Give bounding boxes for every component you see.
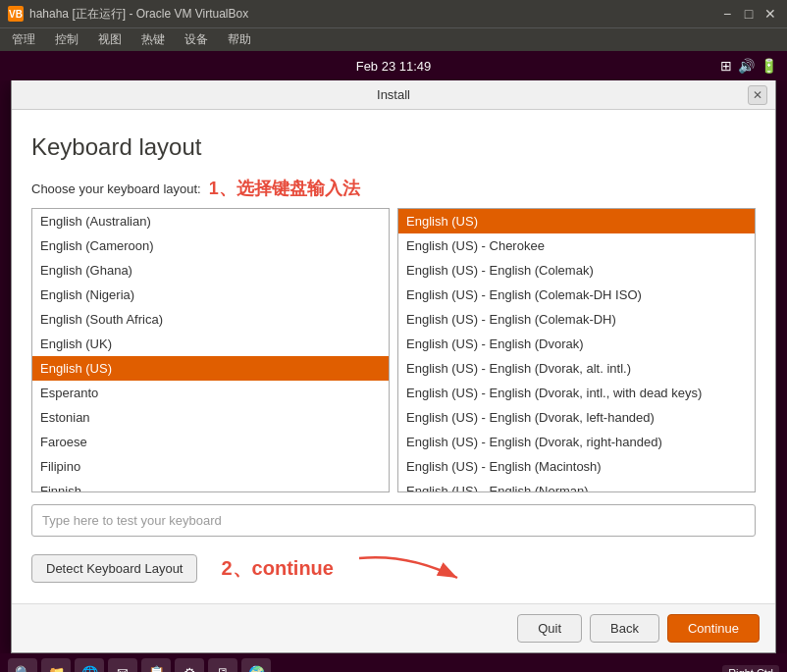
menu-devices[interactable]: 设备 xyxy=(181,29,212,50)
maximize-button[interactable]: □ xyxy=(740,5,758,23)
list-item[interactable]: English (US) - English (Dvorak) xyxy=(398,332,755,356)
app-icon: VB xyxy=(8,6,24,22)
list-item[interactable]: Finnish xyxy=(32,479,389,492)
dialog-close-button[interactable]: ✕ xyxy=(748,85,767,105)
list-item[interactable]: English (US) - English (Colemak-DH ISO) xyxy=(398,283,755,307)
list-item[interactable]: English (US) - Cherokee xyxy=(398,233,755,258)
continue-button[interactable]: Continue xyxy=(667,614,760,643)
back-button[interactable]: Back xyxy=(590,614,659,643)
dock-icon-settings[interactable]: ⚙ xyxy=(175,658,204,672)
install-dialog: Install ✕ Keyboard layout Choose your ke… xyxy=(11,80,776,653)
keyboard-language-list[interactable]: English (Australian)English (Cameroon)En… xyxy=(31,208,390,492)
window-title: hahaha [正在运行] - Oracle VM VirtualBox xyxy=(29,6,712,23)
arrow-icon xyxy=(349,548,467,588)
list-item[interactable]: English (US) - English (Colemak) xyxy=(398,258,755,283)
virtualbox-titlebar: VB hahaha [正在运行] - Oracle VM VirtualBox … xyxy=(0,0,787,27)
page-title: Keyboard layout xyxy=(31,133,756,161)
right-ctrl-label: Right Ctrl xyxy=(722,665,779,672)
dock-right-area: Right Ctrl xyxy=(722,665,779,672)
list-item[interactable]: English (UK) xyxy=(32,332,389,356)
menu-hotkeys[interactable]: 热键 xyxy=(137,29,169,50)
menu-control[interactable]: 控制 xyxy=(51,29,82,50)
dock-icon-network[interactable]: 🌍 xyxy=(241,658,271,672)
list-item[interactable]: English (US) - English (Macintosh) xyxy=(398,454,755,479)
menu-manage[interactable]: 管理 xyxy=(8,29,39,50)
detect-row: Detect Keyboard Layout 2、continue xyxy=(31,548,756,588)
list-item[interactable]: English (Nigeria) xyxy=(32,283,389,307)
dialog-footer: Quit Back Continue xyxy=(12,603,775,652)
test-input-placeholder: Type here to test your keyboard xyxy=(42,513,222,528)
menubar: 管理 控制 视图 热键 设备 帮助 xyxy=(0,27,787,51)
list-item[interactable]: English (US) xyxy=(398,209,755,233)
bottom-dock: 🔍 📁 🌐 ✉ 📋 ⚙ 🖥 🌍 Right Ctrl xyxy=(0,653,787,672)
dialog-content: Keyboard layout Choose your keyboard lay… xyxy=(12,110,775,603)
keyboard-lists: English (Australian)English (Cameroon)En… xyxy=(31,208,756,492)
datetime-display: Feb 23 11:49 xyxy=(356,59,432,74)
quit-button[interactable]: Quit xyxy=(517,614,582,643)
list-item[interactable]: English (US) - English (Colemak-DH) xyxy=(398,307,755,332)
volume-icon: 🔊 xyxy=(738,58,755,74)
list-item[interactable]: English (US) - English (Dvorak, alt. int… xyxy=(398,356,755,381)
dialog-title: Install xyxy=(377,87,410,102)
network-icon: ⊞ xyxy=(720,58,732,74)
annotation-1: 1、选择键盘输入法 xyxy=(209,177,360,200)
dock-icon-files[interactable]: 📁 xyxy=(41,658,71,672)
list-item[interactable]: Estonian xyxy=(32,405,389,430)
list-item[interactable]: English (Australian) xyxy=(32,209,389,233)
choose-label: Choose your keyboard layout: 1、选择键盘输入法 xyxy=(31,177,756,200)
taskbar-right-icons: ⊞ 🔊 🔋 xyxy=(720,58,777,74)
list-item[interactable]: English (US) - English (Dvorak, left-han… xyxy=(398,405,755,430)
list-item[interactable]: English (US) xyxy=(32,356,389,381)
menu-help[interactable]: 帮助 xyxy=(224,29,255,50)
annotation-2: 2、continue xyxy=(221,555,333,582)
list-item[interactable]: English (US) - English (Dvorak, right-ha… xyxy=(398,430,755,454)
list-item[interactable]: Filipino xyxy=(32,454,389,479)
list-item[interactable]: Faroese xyxy=(32,430,389,454)
dialog-titlebar: Install ✕ xyxy=(12,80,775,110)
battery-icon: 🔋 xyxy=(761,58,777,74)
menu-view[interactable]: 视图 xyxy=(94,29,126,50)
list-item[interactable]: English (US) - English (Norman) xyxy=(398,479,755,492)
keyboard-test-input[interactable]: Type here to test your keyboard xyxy=(31,504,756,537)
dock-icon-search[interactable]: 🔍 xyxy=(8,658,37,672)
dock-icon-mail[interactable]: ✉ xyxy=(108,658,137,672)
close-window-button[interactable]: ✕ xyxy=(761,5,779,23)
ubuntu-taskbar: Feb 23 11:49 ⊞ 🔊 🔋 xyxy=(0,51,787,80)
dock-icon-terminal[interactable]: 🖥 xyxy=(208,658,237,672)
dock-icon-notes[interactable]: 📋 xyxy=(141,658,171,672)
keyboard-variant-list[interactable]: English (US)English (US) - CherokeeEngli… xyxy=(397,208,756,492)
list-item[interactable]: English (South Africa) xyxy=(32,307,389,332)
window-controls: − □ ✕ xyxy=(718,5,779,23)
list-item[interactable]: English (Ghana) xyxy=(32,258,389,283)
minimize-button[interactable]: − xyxy=(718,5,736,23)
list-item[interactable]: Esperanto xyxy=(32,381,389,405)
detect-keyboard-button[interactable]: Detect Keyboard Layout xyxy=(31,554,197,583)
list-item[interactable]: English (US) - English (Dvorak, intl., w… xyxy=(398,381,755,405)
list-item[interactable]: English (Cameroon) xyxy=(32,233,389,258)
dock-icon-browser[interactable]: 🌐 xyxy=(75,658,104,672)
